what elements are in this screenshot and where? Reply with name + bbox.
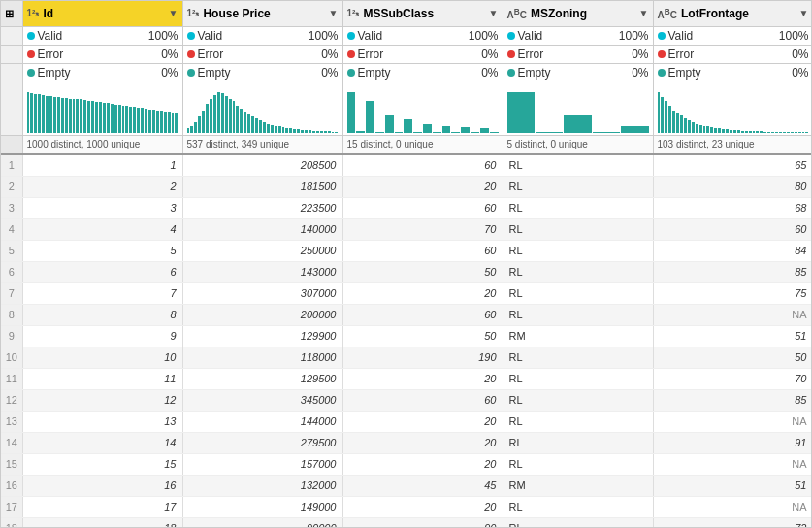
- data-cell: 7: [22, 282, 182, 304]
- column-header-lotfrontage[interactable]: ABC LotFrontage ▼: [653, 1, 812, 26]
- table-row: 1010118000190RL50: [1, 346, 812, 368]
- data-cell: RL: [503, 176, 653, 197]
- column-header-houseprice[interactable]: 1²₃ House Price ▼: [182, 1, 342, 26]
- col-name-lotfrontage: LotFrontage: [681, 7, 799, 20]
- table-row: 3322350060RL68: [1, 197, 812, 218]
- empty-label-price: Empty: [198, 66, 307, 80]
- empty-dot-subclass: [347, 69, 355, 77]
- empty-dot-zoning: [507, 69, 515, 77]
- data-cell: 90: [342, 517, 503, 528]
- data-cell: 60: [342, 389, 503, 411]
- row-number: 14: [1, 432, 22, 453]
- data-cell: 68: [653, 197, 812, 218]
- row-number: 16: [1, 475, 22, 496]
- data-cell: 45: [342, 475, 503, 496]
- valid-dot-zoning: [507, 32, 515, 40]
- table-row: 111112950020RL70: [1, 368, 812, 389]
- data-cell: 157000: [182, 453, 342, 475]
- valid-dot-frontage: [658, 32, 666, 40]
- subclass-empty-stat: Empty 0%: [342, 63, 503, 82]
- col-type-mszoning: ABC: [507, 7, 527, 20]
- empty-pct-zoning: 0%: [620, 66, 649, 80]
- column-header-row: ⊞ 1²₃ Id ▼ 1²₃ House Price ▼: [1, 1, 812, 26]
- table-row: 4414000070RL60: [1, 218, 812, 240]
- row-number: 17: [1, 496, 22, 517]
- col-dropdown-id[interactable]: ▼: [169, 8, 179, 18]
- col-type-houseprice: 1²₃: [187, 8, 200, 18]
- data-cell: 20: [342, 496, 503, 517]
- data-cell: 9: [22, 325, 182, 346]
- data-cell: RL: [503, 218, 653, 240]
- data-cell: NA: [653, 411, 812, 432]
- data-cell: 149000: [182, 496, 342, 517]
- data-cell: 20: [342, 368, 503, 389]
- error-dot-id: [27, 50, 35, 58]
- data-cell: 11: [22, 368, 182, 389]
- data-cell: RL: [503, 389, 653, 411]
- table-row: 161613200045RM51: [1, 475, 812, 496]
- data-cell: 223500: [182, 197, 342, 218]
- valid-dot-price: [187, 32, 195, 40]
- data-cell: 72: [653, 517, 812, 528]
- zoning-empty-stat: Empty 0%: [503, 63, 653, 82]
- table-row: 171714900020RLNA: [1, 496, 812, 517]
- empty-label-frontage: Empty: [668, 66, 777, 80]
- valid-label-zoning: Valid: [518, 29, 616, 43]
- id-empty-stat: Empty 0%: [22, 63, 182, 82]
- valid-label-subclass: Valid: [358, 29, 466, 43]
- column-header-id[interactable]: 1²₃ Id ▼: [22, 1, 182, 26]
- table-row: 9912990050RM51: [1, 325, 812, 346]
- table-row: 5525000060RL84: [1, 240, 812, 261]
- col-name-mszoning: MSZoning: [531, 7, 639, 20]
- price-valid-stat: Valid 100%: [182, 26, 342, 45]
- column-header-mszoning[interactable]: ABC MSZoning ▼: [503, 1, 653, 26]
- data-cell: RL: [503, 517, 653, 528]
- distinct-lotfrontage: 103 distinct, 23 unique: [653, 135, 812, 154]
- data-cell: 85: [653, 389, 812, 411]
- table-row: 18189000090RL72: [1, 517, 812, 528]
- column-header-mssubclass[interactable]: 1²₃ MSSubClass ▼: [342, 1, 503, 26]
- row-number: 2: [1, 176, 22, 197]
- table-row: 141427950020RL91: [1, 432, 812, 453]
- error-label-price: Error: [198, 48, 307, 61]
- error-pct-frontage: 0%: [780, 48, 809, 61]
- col-dropdown-houseprice[interactable]: ▼: [329, 8, 339, 18]
- data-cell: 3: [22, 197, 182, 218]
- row-number: 10: [1, 346, 22, 368]
- chart-mssubclass: [342, 82, 503, 135]
- error-pct-price: 0%: [309, 48, 339, 61]
- data-cell: RL: [503, 154, 653, 176]
- col-dropdown-mssubclass[interactable]: ▼: [489, 8, 499, 18]
- data-cell: RL: [503, 496, 653, 517]
- row-number: 4: [1, 218, 22, 240]
- data-cell: 132000: [182, 475, 342, 496]
- table-row: 7730700020RL75: [1, 282, 812, 304]
- error-pct-subclass: 0%: [470, 48, 499, 61]
- valid-pct-id: 100%: [148, 29, 179, 43]
- col-dropdown-mszoning[interactable]: ▼: [639, 8, 649, 18]
- data-cell: RL: [503, 240, 653, 261]
- data-cell: 51: [653, 325, 812, 346]
- chart-row: [1, 82, 812, 135]
- data-cell: 70: [342, 218, 503, 240]
- frontage-error-stat: Error 0%: [653, 45, 812, 63]
- grid-icon: ⊞: [5, 8, 14, 19]
- data-body: 1120850060RL652218150020RL803322350060RL…: [1, 154, 812, 528]
- valid-label-frontage: Valid: [668, 29, 776, 43]
- subclass-valid-stat: Valid 100%: [342, 26, 503, 45]
- data-cell: RL: [503, 282, 653, 304]
- col-dropdown-lotfrontage[interactable]: ▼: [799, 8, 809, 18]
- valid-dot-subclass: [347, 32, 355, 40]
- distinct-row: 1000 distinct, 1000 unique 537 distinct,…: [1, 135, 812, 154]
- empty-label-zoning: Empty: [518, 66, 617, 80]
- empty-dot-id: [27, 69, 35, 77]
- row-number: 5: [1, 240, 22, 261]
- table-row: 121234500060RL85: [1, 389, 812, 411]
- data-cell: 65: [653, 154, 812, 176]
- valid-pct-frontage: 100%: [779, 29, 809, 43]
- data-cell: 4: [22, 218, 182, 240]
- row-number: 18: [1, 517, 22, 528]
- data-cell: NA: [653, 496, 812, 517]
- data-cell: RL: [503, 346, 653, 368]
- data-cell: 118000: [182, 346, 342, 368]
